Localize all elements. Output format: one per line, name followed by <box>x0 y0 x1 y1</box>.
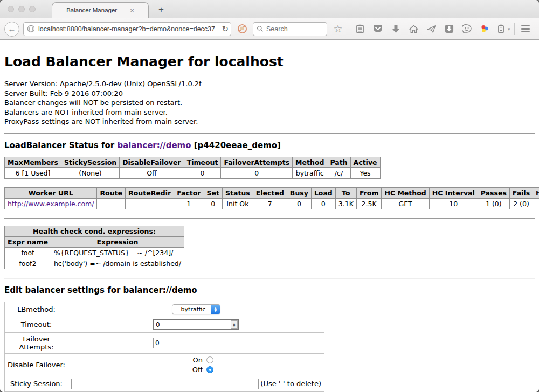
lbmethod-select[interactable]: bytraffic ▲▼ <box>172 304 221 314</box>
downloads-icon[interactable] <box>389 22 403 36</box>
failover-attempts-input[interactable] <box>153 338 239 348</box>
timeout-label: Timeout: <box>5 317 68 332</box>
search-icon <box>257 25 264 32</box>
title-bar: Balancer Manager × + <box>0 0 539 18</box>
search-input[interactable] <box>266 25 316 33</box>
navigation-toolbar: ← localhost:8880/balancer-manager?b=demo… <box>0 18 539 40</box>
back-arrow-icon: ← <box>8 24 16 33</box>
timeout-row: Timeout: 0 ▲▼ <box>5 317 324 332</box>
tab-title: Balancer Manager <box>66 7 117 13</box>
globe-icon <box>26 22 36 36</box>
lbmethod-label: LBmethod: <box>5 302 68 317</box>
palette-dots-icon[interactable] <box>478 22 492 36</box>
select-stepper-icon: ▲▼ <box>211 305 220 314</box>
search-bar[interactable] <box>253 22 327 36</box>
table-header-row: Expr name Expression <box>5 236 184 247</box>
battery-extension-icon[interactable] <box>495 22 506 36</box>
table-row: foof %{REQUEST_STATUS} =~ /^[234]/ <box>5 247 184 258</box>
disable-failover-label: Disable Failover: <box>5 353 68 376</box>
disable-failover-row: Disable Failover: On Off <box>5 353 324 376</box>
sticky-session-hint: (Use '-' to delete) <box>260 380 321 388</box>
failover-attempts-label: Failover Attempts: <box>5 332 68 353</box>
persist-notice-line: Balancer changes will NOT be persisted o… <box>4 98 535 108</box>
browser-window: Balancer Manager × + ← localhost:8880/ba… <box>0 0 539 392</box>
disable-failover-on-radio[interactable] <box>206 356 213 363</box>
feedback-smiley-icon[interactable] <box>460 22 474 36</box>
home-icon[interactable] <box>406 22 420 36</box>
new-tab-button[interactable]: + <box>158 4 164 15</box>
loadbalancer-status-heading: LoadBalancer Status for balancer://demo … <box>4 141 535 150</box>
bookmark-star-icon[interactable]: ☆ <box>331 22 345 36</box>
download-box-icon[interactable] <box>442 22 456 36</box>
balancer-params-table: MaxMembers StickySession DisableFailover… <box>4 157 381 179</box>
server-built-line: Server Built: Feb 9 2016 07:00:20 <box>4 89 535 99</box>
health-check-title: Health check cond. expressions: <box>5 226 184 236</box>
disable-failover-off-radio[interactable] <box>206 366 213 373</box>
server-version-line: Server Version: Apache/2.5.0-dev (Unix) … <box>4 79 535 89</box>
back-button[interactable]: ← <box>4 22 19 37</box>
page-content: Load Balancer Manager for localhost Serv… <box>0 40 539 392</box>
table-row: foof2 hc('body') =~ /domain is establish… <box>5 258 184 269</box>
grid-extension-icon[interactable] <box>536 22 539 36</box>
page-title: Load Balancer Manager for localhost <box>4 54 535 69</box>
worker-url-link[interactable]: http://www.example.com/ <box>8 200 94 208</box>
sticky-session-row: Sticky Session: (Use '-' to delete) <box>5 376 324 391</box>
balancer-demo-link[interactable]: balancer://demo <box>117 141 191 150</box>
proxypass-notice-line: ProxyPass settings are NOT inherited fro… <box>4 117 535 127</box>
url-text[interactable]: localhost:8880/balancer-manager?b=demo&n… <box>38 25 215 33</box>
edit-balancer-form: LBmethod: bytraffic ▲▼ Timeout: 0 ▲▼ <box>4 302 324 392</box>
table-header-row: Worker URL Route RouteRedir Factor Set S… <box>5 187 539 198</box>
health-check-table: Health check cond. expressions: Expr nam… <box>4 226 184 269</box>
server-info: Server Version: Apache/2.5.0-dev (Unix) … <box>4 79 535 127</box>
zoom-window-button[interactable] <box>29 6 36 12</box>
table-row: http://www.example.com/ 1 0 Init Ok 7 0 … <box>5 198 539 209</box>
reading-list-icon[interactable] <box>353 22 367 36</box>
toolbar-separator <box>349 23 349 35</box>
radio-on-label: On <box>193 356 203 364</box>
tab-balancer-manager[interactable]: Balancer Manager × <box>52 2 149 18</box>
divider <box>4 218 535 219</box>
sticky-session-label: Sticky Session: <box>5 376 68 391</box>
number-spinner-icon[interactable]: ▲▼ <box>231 320 238 329</box>
table-row: 6 [1 Used] (None) Off 0 0 bytraffic /c/ … <box>5 167 381 178</box>
minimize-window-button[interactable] <box>18 6 25 12</box>
worker-table: Worker URL Route RouteRedir Factor Set S… <box>4 187 539 209</box>
reload-icon[interactable]: ↻ <box>218 24 229 34</box>
close-window-button[interactable] <box>8 6 14 12</box>
divider <box>4 278 535 279</box>
edit-balancer-heading: Edit balancer settings for balancer://de… <box>4 285 535 295</box>
timeout-input[interactable]: 0 ▲▼ <box>153 319 239 330</box>
table-header-row: MaxMembers StickySession DisableFailover… <box>5 157 381 167</box>
inherit-notice-line: Balancers are NOT inherited from main se… <box>4 108 535 117</box>
traffic-lights <box>8 6 36 12</box>
menu-button[interactable] <box>519 22 533 36</box>
sticky-session-input[interactable] <box>71 379 259 389</box>
failover-attempts-row: Failover Attempts: <box>5 332 324 353</box>
radio-off-label: Off <box>192 366 203 374</box>
lbmethod-row: LBmethod: bytraffic ▲▼ <box>5 302 324 317</box>
content-blocked-icon[interactable] <box>235 22 249 36</box>
tab-close-icon[interactable]: × <box>130 6 134 15</box>
extension-dropdown-caret-icon[interactable]: ▾ <box>508 26 510 32</box>
url-bar[interactable]: localhost:8880/balancer-manager?b=demo&n… <box>23 22 231 36</box>
pocket-icon[interactable] <box>371 22 385 36</box>
divider <box>4 133 535 134</box>
toolbar-separator <box>514 23 515 35</box>
table-title-row: Health check cond. expressions: <box>5 226 184 236</box>
send-icon[interactable] <box>424 22 438 36</box>
